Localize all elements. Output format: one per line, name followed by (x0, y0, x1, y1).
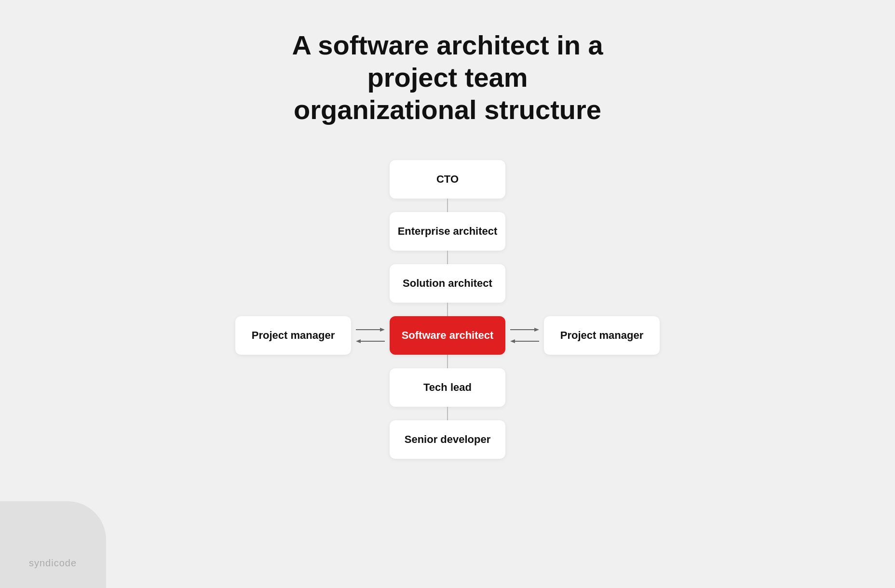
senior-developer-section: Senior developer (390, 420, 505, 459)
org-chart: CTO Enterprise architect Solution archit… (182, 160, 713, 459)
enterprise-architect-section: Enterprise architect (390, 212, 505, 251)
enterprise-architect-label: Enterprise architect (398, 225, 498, 238)
cto-card: CTO (390, 160, 505, 199)
connector-solution-software (447, 303, 448, 316)
connector-cto-enterprise (447, 199, 448, 212)
senior-developer-label: Senior developer (405, 433, 491, 446)
senior-developer-card: Senior developer (390, 420, 505, 459)
software-architect-card: Software architect (390, 316, 505, 355)
left-arrow-connector (351, 327, 390, 344)
solution-architect-section: Solution architect (390, 264, 505, 303)
enterprise-architect-card: Enterprise architect (390, 212, 505, 251)
right-side: Project manager (505, 316, 660, 355)
tech-lead-label: Tech lead (423, 381, 472, 394)
connector-tech-senior (447, 407, 448, 420)
tech-lead-card: Tech lead (390, 368, 505, 407)
svg-marker-8 (534, 328, 539, 332)
solution-architect-label: Solution architect (403, 277, 492, 290)
solution-architect-card: Solution architect (390, 264, 505, 303)
cto-section: CTO (390, 160, 505, 199)
project-manager-left-label: Project manager (252, 329, 335, 342)
project-manager-right-label: Project manager (560, 329, 643, 342)
arrow-left-2 (510, 337, 539, 344)
page-container: A software architect in a project team o… (0, 0, 895, 588)
connector-software-tech (447, 355, 448, 368)
connector-enterprise-solution (447, 251, 448, 264)
svg-marker-4 (380, 328, 385, 332)
right-arrow-connector (505, 327, 544, 344)
project-manager-right-card: Project manager (544, 316, 660, 355)
project-manager-left-card: Project manager (235, 316, 351, 355)
tech-lead-section: Tech lead (390, 368, 505, 407)
arrow-right-1 (356, 327, 385, 334)
arrow-left-1 (356, 337, 385, 344)
left-side: Project manager (235, 316, 390, 355)
svg-marker-6 (356, 339, 361, 343)
cto-label: CTO (436, 173, 459, 186)
middle-row: Project manager (182, 316, 713, 355)
page-title: A software architect in a project team o… (255, 29, 640, 126)
arrow-right-2 (510, 327, 539, 334)
svg-marker-10 (510, 339, 515, 343)
software-architect-label: Software architect (402, 329, 494, 342)
watermark: syndicode (29, 558, 77, 569)
